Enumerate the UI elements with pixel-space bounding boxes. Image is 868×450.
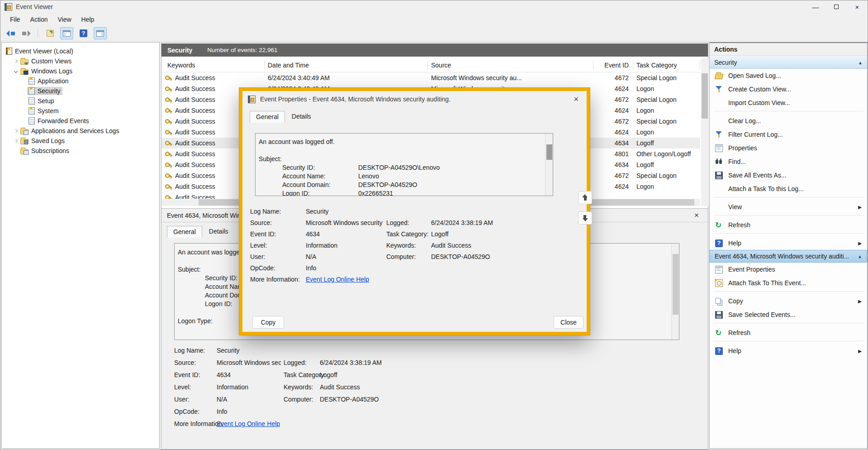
dialog-tab-details[interactable]: Details [286, 111, 317, 123]
tree-expander-icon[interactable] [20, 107, 27, 115]
dialog-close-button[interactable]: Close [554, 316, 583, 329]
action-item[interactable] [713, 341, 863, 344]
tree-item[interactable]: Windows Logs [2, 66, 159, 76]
menu-item[interactable]: Action [25, 14, 53, 25]
export-log-icon[interactable] [43, 27, 57, 39]
action-item[interactable]: Copy ▶ [710, 294, 867, 308]
tab-details[interactable]: Details [203, 226, 234, 238]
action-item[interactable] [713, 215, 863, 218]
tree-expander-icon[interactable] [20, 87, 27, 95]
cell-event-id: 4672 [593, 170, 633, 181]
tree-item[interactable]: Saved Logs [2, 136, 159, 146]
tree-item[interactable]: Custom Views [2, 56, 159, 66]
action-item[interactable]: Clear Log... [710, 114, 867, 128]
show-console-tree-icon[interactable] [60, 27, 73, 39]
previous-event-button[interactable] [578, 191, 592, 204]
column-keywords[interactable]: Keywords [161, 61, 265, 70]
copy-button[interactable]: Copy [252, 316, 284, 329]
cell-keywords: Audit Success [175, 116, 215, 127]
action-item[interactable]: Find... [710, 155, 867, 168]
tree-item-label: Custom Views [31, 57, 71, 65]
tree-expander-icon[interactable] [20, 97, 27, 105]
menu-item[interactable]: Help [76, 14, 100, 25]
field-label: User: [250, 253, 265, 260]
tree-item[interactable]: Application [2, 76, 159, 86]
field-value: Event Log Online Help [306, 276, 369, 283]
field-label: Task Category: [386, 230, 428, 238]
tree-expander-icon[interactable] [20, 77, 27, 85]
description-label: Logon ID: [205, 300, 232, 307]
field-label: Computer: [284, 396, 313, 403]
tree-item[interactable]: Event Viewer (Local) [2, 46, 159, 56]
action-item[interactable]: Create Custom View... [710, 82, 867, 96]
key-icon [165, 118, 172, 125]
column-task-category[interactable]: Task Category [633, 61, 700, 70]
column-event-id[interactable]: Event ID [593, 61, 633, 70]
dialog-description[interactable]: An account was logged off. Subject: Secu… [255, 133, 553, 196]
close-button[interactable]: × [847, 0, 868, 13]
menu-item[interactable]: View [52, 14, 76, 25]
action-item[interactable] [713, 233, 863, 236]
tree-item[interactable]: Subscriptions [2, 146, 159, 156]
preview-close-icon[interactable]: × [691, 211, 702, 220]
action-item[interactable]: Event Properties [710, 263, 867, 276]
collapse-icon[interactable]: ▲ [858, 254, 862, 259]
action-item[interactable]: Attach a Task To this Log... [710, 182, 867, 196]
actions-section-security[interactable]: Security ▲ [710, 56, 867, 69]
tree-item[interactable]: Security [2, 86, 159, 96]
dialog-close-icon[interactable]: × [570, 95, 582, 104]
action-item[interactable]: Import Custom View... [710, 96, 867, 110]
action-item[interactable]: Save All Events As... [710, 168, 867, 182]
action-item[interactable]: Filter Current Log... [710, 128, 867, 141]
description-line: Account Domain: DESKTOP-A04529O [256, 181, 553, 190]
action-item[interactable]: View ▶ [710, 200, 867, 214]
action-item[interactable] [713, 111, 863, 114]
maximize-button[interactable] [826, 0, 847, 13]
minimize-button[interactable]: — [805, 0, 826, 13]
tree-item[interactable]: Applications and Services Logs [2, 126, 159, 136]
tab-general[interactable]: General [167, 226, 202, 238]
column-date[interactable]: Date and Time [265, 61, 428, 70]
action-item[interactable]: Properties [710, 141, 867, 155]
tree-expander-icon[interactable] [20, 117, 27, 124]
help-glyph: ? [80, 29, 87, 37]
action-item[interactable]: Help ▶ [710, 236, 867, 250]
collapse-icon[interactable]: ▲ [858, 60, 863, 65]
action-item[interactable]: Open Saved Log... [710, 69, 867, 82]
menu-item[interactable]: File [5, 14, 25, 25]
vertical-scrollbar-thumb[interactable] [702, 73, 708, 119]
tree-expander-icon[interactable] [13, 57, 20, 65]
help-icon[interactable]: ? [77, 27, 90, 39]
actions-section-label: Security [714, 59, 855, 66]
action-item[interactable] [713, 197, 863, 200]
field-label: Source: [174, 359, 196, 366]
action-item[interactable] [713, 291, 863, 294]
tree-item-icon [6, 48, 12, 55]
tree-item[interactable]: System [2, 106, 159, 116]
tree-item[interactable]: Setup [2, 96, 159, 106]
action-item-label: Open Saved Log... [728, 72, 862, 79]
action-item[interactable]: Attach Task To This Event... [710, 276, 867, 290]
tree-expander-icon[interactable] [13, 147, 20, 154]
tree-expander-icon[interactable] [13, 67, 20, 75]
action-item[interactable]: Refresh [710, 218, 867, 232]
action-item[interactable]: Refresh [710, 326, 867, 340]
field-value: 6/24/2024 3:38:19 AM [431, 219, 493, 226]
tree-expander-icon[interactable] [13, 137, 20, 144]
action-item-icon [715, 221, 723, 229]
action-item[interactable]: Save Selected Events... [710, 308, 867, 321]
tree-expander-icon[interactable] [13, 127, 20, 134]
action-item[interactable] [713, 323, 863, 326]
action-item[interactable]: Help ▶ [710, 344, 867, 358]
table-row[interactable]: Audit Success 6/24/2024 3:40:49 AM Micro… [161, 72, 700, 83]
tree-item[interactable]: Forwarded Events [2, 116, 159, 126]
back-icon[interactable] [5, 28, 17, 39]
cell-task-category: Special Logon [633, 170, 700, 181]
actions-section-event[interactable]: Event 4634, Microsoft Windows security a… [710, 250, 867, 263]
tree-item-icon [20, 139, 28, 144]
column-source[interactable]: Source [428, 61, 593, 70]
show-action-pane-icon[interactable] [94, 27, 107, 39]
dialog-tab-general[interactable]: General [250, 111, 285, 123]
forward-icon[interactable] [20, 28, 32, 39]
vertical-scrollbar[interactable] [701, 58, 708, 206]
